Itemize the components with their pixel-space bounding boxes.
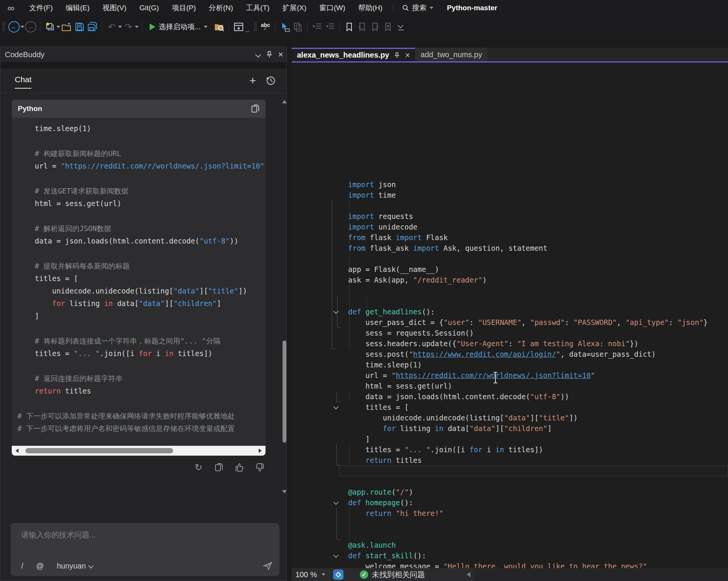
navigate-back-caret-icon[interactable] [20,26,24,28]
menu-extensions[interactable]: 扩展(X) [276,0,313,16]
code-line[interactable]: html = sess.get(url) [17,197,266,210]
navigate-forward-button[interactable]: → [25,20,36,34]
fold-chevron-icon[interactable] [333,553,339,558]
hscrollbar-thumb[interactable] [25,448,173,453]
search-control[interactable]: 搜索 [397,3,439,13]
zoom-caret-icon[interactable] [322,573,325,576]
editor-scroll-left-icon[interactable] [467,572,470,577]
tab-pin-icon[interactable] [394,52,400,58]
slash-command-button[interactable]: / [21,562,23,570]
copy-button[interactable] [292,20,303,34]
fold-chevron-icon[interactable] [333,309,339,314]
model-selector[interactable]: hunyuan [57,562,93,570]
code-line[interactable]: titles = "... ".join([i for i in titles]… [17,347,266,360]
code-line[interactable]: ask = Ask(app, "/reddit_reader") [292,275,728,285]
code-line[interactable]: ] [292,434,728,444]
code-line[interactable]: import requests [292,211,728,222]
code-block-hscrollbar[interactable] [12,446,266,456]
redo-caret-icon[interactable] [135,26,139,28]
editor-hscrollbar-track[interactable] [474,568,728,581]
tab-add-two-nums[interactable]: add_two_nums.py [415,48,487,61]
history-icon[interactable] [266,76,276,86]
code-line[interactable]: # 提取并解码每条新闻的标题 [17,260,266,272]
zoom-level[interactable]: 100 % [295,570,317,579]
code-line[interactable]: def get_headlines(): [292,306,728,317]
problems-status-text[interactable]: 未找到相关问题 [372,570,425,580]
new-project-button[interactable]: ✱ [44,20,56,34]
code-line[interactable]: unidecode.unidecode(listing["data"]["tit… [17,285,266,297]
code-line[interactable] [17,247,266,260]
menu-project[interactable]: 项目(P) [166,0,202,16]
code-line[interactable]: data = json.loads(html.content.decode("u… [17,235,266,247]
codebuddy-status-icon[interactable] [333,570,343,579]
menu-help[interactable]: 帮助(H) [352,0,389,16]
menu-edit[interactable]: 编辑(E) [59,0,96,16]
mention-button[interactable]: @ [36,562,44,570]
open-folder-button[interactable] [61,20,72,34]
fold-chevron-icon[interactable] [333,404,339,409]
code-line[interactable] [292,296,728,306]
code-line[interactable]: url = "https://reddit.com/r/worldnews/.j… [17,160,266,172]
code-line[interactable]: @ask.launch [292,540,728,550]
save-button[interactable] [74,20,85,34]
regenerate-icon[interactable]: ↻ [193,462,204,473]
menu-analyze[interactable]: 分析(N) [202,0,239,16]
tab-chat[interactable]: Chat [15,75,31,86]
code-line[interactable] [292,476,728,487]
code-line[interactable]: # 下一步可以考虑将用户名和密码等敏感信息存储在环境变量或配置 [17,422,266,435]
code-editor[interactable]: import jsonimport timeimport requestsimp… [292,62,728,568]
fold-chevron-icon[interactable] [333,500,339,505]
spell-check-button[interactable]: abc✓ [260,20,271,34]
code-line[interactable]: welcome_message = "Hello there, would yo… [292,561,728,568]
code-line[interactable]: ] [17,310,266,322]
tab-close-icon[interactable]: × [405,50,410,60]
code-line[interactable]: from flask import Flask [292,232,728,243]
code-line[interactable] [17,322,266,335]
code-line[interactable]: def homepage(): [292,497,728,508]
find-in-files-button[interactable] [214,20,225,34]
navigate-back-button[interactable]: ← [8,20,20,34]
toolbar-grip-handle[interactable] [254,22,257,32]
menu-tools[interactable]: 工具(T) [239,0,276,16]
code-line[interactable]: user_pass_dict = {"user": "USERNAME", "p… [292,317,728,328]
code-line[interactable] [292,529,728,540]
code-line[interactable]: return titles [292,455,728,465]
code-line[interactable]: # 发送GET请求获取新闻数据 [17,185,266,197]
prev-bookmark-button[interactable] [356,20,368,34]
code-line[interactable] [17,397,266,410]
code-line[interactable]: unidecode.unidecode(listing["data"]["tit… [292,412,728,423]
pointer-mode-button[interactable] [279,20,291,34]
code-line[interactable]: sess = requests.Session() [292,328,728,338]
next-bookmark-button[interactable] [369,20,381,34]
menu-view[interactable]: 视图(V) [96,0,133,16]
new-project-caret-icon[interactable] [56,26,60,28]
code-line[interactable]: import time [292,190,728,200]
chat-scroll-down-icon[interactable] [282,490,287,494]
toolbar-overflow-button[interactable] [395,20,406,34]
chat-scroll-up-icon[interactable] [282,100,287,103]
copy-code-icon[interactable] [251,104,259,113]
new-chat-icon[interactable]: + [249,75,256,86]
overflow-dash[interactable]: _ [246,25,249,32]
code-line[interactable]: import json [292,179,728,190]
scroll-right-icon[interactable] [259,448,262,453]
scroll-left-icon[interactable] [16,448,19,453]
outdent-button[interactable] [311,20,323,34]
menu-window[interactable]: 窗口(W) [313,0,352,16]
thumbs-down-icon[interactable] [254,462,266,473]
bookmark-button[interactable] [344,20,355,34]
code-line[interactable]: # 解析返回的JSON数据 [17,222,266,235]
code-line[interactable] [339,465,728,476]
code-line[interactable] [17,210,266,222]
pin-icon[interactable] [264,51,275,58]
code-line[interactable]: return "hi there!" [292,508,728,519]
code-line[interactable]: for listing in data["data"]["children"] [17,297,266,310]
menu-git[interactable]: Git(G) [133,0,166,16]
code-line[interactable]: from flask_ask import Ask, question, sta… [292,243,728,253]
code-line[interactable] [292,200,728,211]
code-line[interactable] [292,519,728,529]
chat-vscrollbar-thumb[interactable] [283,340,286,443]
code-line[interactable]: app = Flask(__name__) [292,264,728,275]
send-button[interactable] [263,561,273,571]
toolbar-grip-handle[interactable] [2,22,5,32]
